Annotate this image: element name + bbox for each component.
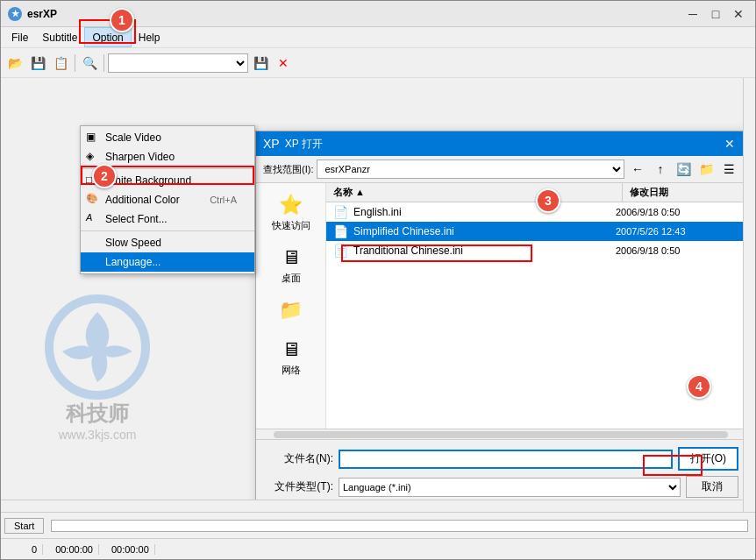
copy-button[interactable]: 📋	[50, 53, 71, 74]
traditional-file-date: 2006/9/18 0:50	[616, 245, 738, 256]
simplified-file-icon: 📄	[333, 224, 348, 238]
simplified-file-name: Simplified Chinese.ini	[353, 225, 610, 237]
nav-up-button[interactable]: ↑	[651, 159, 670, 179]
nav-back-button[interactable]: ←	[628, 159, 647, 179]
dialog-sidebar: ⭐ 快速访问 🖥 桌面 📁 🖥 网络	[256, 183, 326, 429]
menu-subtitle[interactable]: Subtitle	[35, 27, 84, 47]
sidebar-quick-access[interactable]: ⭐ 快速访问	[260, 190, 322, 236]
date-column-header[interactable]: 修改日期	[623, 183, 745, 202]
network-label: 网络	[282, 364, 301, 377]
app-icon: ★	[8, 7, 22, 21]
main-content: 科技师 www.3kjs.com ▣ Scale Video ◈ Sharpen…	[1, 78, 755, 512]
scale-video-icon: ▣	[86, 131, 100, 145]
save-button[interactable]: 💾	[27, 53, 48, 74]
status-bar: 0 00:00:00 00:00:00	[1, 538, 755, 559]
main-scrollbar-vertical[interactable]	[743, 78, 755, 512]
dialog-close-button[interactable]: ✕	[721, 135, 738, 152]
filetype-select[interactable]: Language (*.ini)	[339, 478, 681, 497]
filetype-label: 文件类型(T):	[263, 479, 333, 494]
dialog-toolbar: 查找范围(I): esrXPanzr ← ↑ 🔄 📁 ☰	[256, 156, 745, 183]
menu-file[interactable]: File	[4, 27, 35, 47]
nav-refresh-button[interactable]: 🔄	[674, 159, 693, 179]
status-count: 0	[26, 544, 43, 555]
filetype-row: 文件类型(T): Language (*.ini) 取消	[263, 476, 738, 498]
app-title: esrXP	[27, 8, 57, 20]
filename-input[interactable]	[339, 450, 673, 469]
quick-access-icon: ⭐	[279, 194, 303, 216]
menu-select-font[interactable]: A Select Font...	[81, 209, 254, 229]
file-item-english[interactable]: 📄 English.ini 2006/9/18 0:50	[326, 202, 745, 222]
sharpen-video-icon: ◈	[86, 150, 100, 164]
menu-scale-video[interactable]: ▣ Scale Video	[81, 128, 254, 147]
traditional-file-name: Tranditional Chinese.ini	[353, 245, 610, 257]
sidebar-folder[interactable]: 📁	[260, 295, 322, 328]
open-button[interactable]: 打开(O)	[678, 447, 738, 471]
option-dropdown-menu: ▣ Scale Video ◈ Sharpen Video □ White Ba…	[80, 125, 255, 274]
filename-label: 文件名(N):	[263, 451, 333, 466]
location-label: 查找范围(I):	[263, 163, 313, 176]
select-font-icon: A	[86, 212, 100, 226]
annotation-1: 1	[110, 8, 134, 32]
simplified-file-date: 2007/5/26 12:43	[616, 226, 738, 237]
dialog-scrollbar-area	[256, 429, 745, 439]
toolbar-close[interactable]: ✕	[273, 53, 294, 74]
traditional-file-icon: 📄	[333, 244, 348, 258]
sidebar-network[interactable]: 🖥 网络	[260, 335, 322, 380]
toolbar-separator	[75, 54, 75, 72]
main-window: ★ esrXP ─ □ ✕ File Subtitle Option Help …	[0, 0, 756, 560]
network-icon: 🖥	[282, 338, 301, 361]
quick-access-label: 快速访问	[272, 219, 310, 232]
menu-bar: File Subtitle Option Help	[1, 27, 755, 48]
nav-new-folder-button[interactable]: 📁	[696, 159, 716, 179]
close-button[interactable]: ✕	[729, 4, 748, 24]
desktop-icon: 🖥	[282, 246, 301, 269]
menu-slow-speed[interactable]: Slow Speed	[81, 233, 254, 252]
main-scrollbar-horizontal[interactable]	[1, 500, 743, 512]
cancel-button[interactable]: 取消	[686, 476, 738, 498]
watermark-url: www.3kjs.com	[45, 428, 150, 442]
filename-row: 文件名(N): 打开(O)	[263, 447, 738, 471]
english-file-date: 2006/9/18 0:50	[616, 207, 738, 217]
toolbar-save2[interactable]: 💾	[250, 53, 271, 74]
dialog-xp-icon: XP	[263, 137, 280, 151]
menu-help[interactable]: Help	[132, 27, 168, 47]
file-dialog: XP XP 打开 ✕ 查找范围(I): esrXPanzr ← ↑ 🔄 📁 ☰	[255, 131, 746, 511]
annotation-3: 3	[536, 188, 560, 213]
menu-sep2	[81, 230, 254, 231]
window-controls: ─ □ ✕	[683, 4, 748, 24]
sidebar-desktop[interactable]: 🖥 桌面	[260, 243, 322, 288]
file-item-traditional[interactable]: 📄 Tranditional Chinese.ini 2006/9/18 0:5…	[326, 241, 745, 260]
english-file-name: English.ini	[353, 206, 610, 218]
toolbar-separator2	[103, 54, 104, 72]
additional-color-shortcut: Ctrl+A	[192, 195, 237, 205]
dialog-body: ⭐ 快速访问 🖥 桌面 📁 🖥 网络	[256, 183, 745, 429]
watermark-text: 科技师	[45, 400, 150, 428]
additional-color-icon: 🎨	[86, 193, 100, 207]
open-file-button[interactable]: 📂	[4, 53, 25, 74]
file-list: 名称 ▲ 修改日期 📄 English.ini 2006/9/18 0:50 📄…	[326, 183, 745, 429]
dialog-title: XP 打开	[285, 137, 323, 152]
search-button[interactable]: 🔍	[79, 53, 100, 74]
maximize-button[interactable]: □	[706, 4, 725, 24]
toolbar: 📂 💾 📋 🔍 💾 ✕	[1, 48, 755, 78]
nav-view-button[interactable]: ☰	[719, 159, 738, 179]
file-item-simplified[interactable]: 📄 Simplified Chinese.ini 2007/5/26 12:43	[326, 222, 745, 241]
start-button[interactable]: Start	[4, 518, 44, 534]
menu-language[interactable]: Language...	[81, 252, 254, 272]
watermark: 科技师 www.3kjs.com	[45, 294, 150, 442]
annotation-4: 4	[687, 374, 711, 399]
status-time1: 00:00:00	[50, 544, 99, 555]
english-file-icon: 📄	[333, 205, 348, 219]
location-dropdown[interactable]: esrXPanzr	[317, 159, 624, 179]
minimize-button[interactable]: ─	[683, 4, 703, 24]
dialog-scrollbar[interactable]	[274, 431, 728, 438]
name-column-header[interactable]: 名称 ▲	[326, 183, 623, 202]
menu-additional-color[interactable]: 🎨 Additional Color Ctrl+A	[81, 190, 254, 209]
timeline-track[interactable]	[51, 520, 748, 532]
svg-point-0	[49, 299, 146, 395]
desktop-label: 桌面	[282, 272, 301, 285]
annotation-2: 2	[92, 164, 117, 188]
dialog-title-bar: XP XP 打开 ✕	[256, 131, 745, 156]
toolbar-dropdown[interactable]	[108, 53, 248, 73]
timeline-area: Start	[1, 512, 755, 538]
